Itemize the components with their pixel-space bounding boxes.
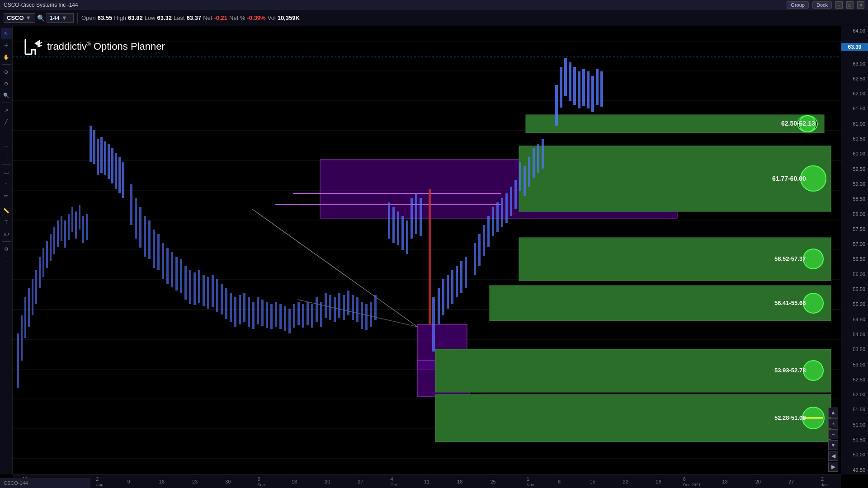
zoom-minus-button[interactable]: − — [828, 429, 838, 439]
search-tool[interactable]: 🔍 — [1, 90, 12, 101]
time-axis: 19Jul 26 2Aug 9 16 23 30 6Sep 13 20 27 4… — [13, 474, 841, 488]
crosshair-tool[interactable]: ✛ — [1, 40, 12, 51]
svg-rect-145 — [537, 144, 539, 173]
svg-rect-110 — [361, 302, 363, 329]
time-label-6sep: 6Sep — [257, 476, 264, 487]
netpct-value: -0.39% — [247, 14, 265, 21]
svg-rect-93 — [284, 306, 286, 331]
interval-dropdown-icon[interactable]: ▼ — [61, 14, 67, 21]
chart-area[interactable]: traddictiv® Options Planner — [13, 26, 841, 474]
svg-rect-144 — [533, 148, 535, 178]
svg-rect-57 — [118, 157, 121, 193]
circle-tool[interactable]: ○ — [1, 178, 12, 189]
svg-rect-67 — [166, 248, 169, 284]
svg-rect-36 — [42, 248, 44, 277]
left-toolbar: ↖ ✛ ✋ ⊕ ⊖ 🔍 ↗ ╱ → — | ▭ ○ ✏ 📏 T 🏷 ⚙ ≡ — [0, 26, 13, 474]
svg-rect-98 — [307, 302, 309, 325]
svg-rect-41 — [61, 216, 62, 241]
titlebar-left: CSCO-Cisco Systems Inc -144 — [4, 2, 78, 8]
zoom-plus-button[interactable]: + — [828, 418, 838, 428]
time-label-13sep: 13 — [292, 479, 297, 484]
symbol-value: CSCO — [7, 14, 24, 21]
ray-tool[interactable]: → — [1, 128, 12, 139]
svg-rect-156 — [596, 69, 599, 105]
time-label-8nov: 8 — [558, 479, 561, 484]
svg-rect-54 — [108, 144, 110, 179]
close-button[interactable]: × — [857, 1, 864, 9]
arrow-tool[interactable]: ↗ — [1, 105, 12, 116]
cursor-tool[interactable]: ↖ — [1, 28, 12, 39]
zone-62 — [526, 115, 824, 133]
zoom-out-tool[interactable]: ⊖ — [1, 78, 12, 89]
svg-rect-66 — [162, 243, 164, 279]
tool-separator-1 — [2, 64, 11, 65]
svg-rect-103 — [329, 295, 331, 320]
svg-rect-55 — [111, 148, 113, 183]
label-tool[interactable]: 🏷 — [1, 229, 12, 239]
svg-rect-96 — [297, 302, 300, 325]
time-label-23: 23 — [192, 479, 198, 484]
text-tool[interactable]: T — [1, 217, 12, 228]
rect-tool[interactable]: ▭ — [1, 167, 12, 178]
maximize-button[interactable]: □ — [846, 1, 854, 9]
price-tick-56-50: 56.50 — [841, 256, 868, 262]
search-icon[interactable]: 🔍 — [37, 14, 45, 22]
price-tick-62-50: 62.50 — [841, 76, 868, 81]
svg-rect-119 — [410, 198, 413, 239]
svg-rect-50 — [93, 130, 95, 164]
svg-rect-35 — [39, 257, 41, 288]
high-label: High — [114, 14, 126, 21]
hline-tool[interactable]: — — [1, 140, 12, 151]
low-field: Low 63.32 — [145, 14, 172, 21]
time-label-6dec: 6Dec 2021 — [683, 476, 701, 487]
zoom-in-tool[interactable]: ⊕ — [1, 66, 12, 77]
scroll-left-button[interactable]: ◀ — [828, 451, 838, 461]
svg-rect-49 — [90, 126, 92, 162]
price-tick-52-50: 52.50 — [841, 377, 868, 382]
price-tick-53: 53.00 — [841, 362, 868, 367]
measure-tool[interactable]: 📏 — [1, 205, 12, 216]
svg-rect-136 — [496, 202, 499, 232]
svg-rect-77 — [212, 275, 214, 307]
chart-svg: 62.50-62.13 61.77-60.00 58.52-57.37 56.4… — [13, 26, 841, 474]
toolbar-separator — [77, 13, 78, 23]
time-label-15nov: 15 — [590, 479, 595, 484]
title-text: CSCO-Cisco Systems Inc -144 — [4, 2, 78, 8]
price-tick-50-50: 50.50 — [841, 437, 868, 442]
symbol-dropdown-icon[interactable]: ▼ — [25, 14, 31, 21]
vol-field: Vol 10,359K — [268, 14, 300, 21]
minimize-button[interactable]: − — [835, 1, 843, 9]
scroll-up-button[interactable]: ▲ — [828, 408, 838, 418]
svg-rect-86 — [252, 302, 255, 329]
group-button[interactable]: Group — [787, 1, 809, 9]
netpct-label: Net % — [229, 14, 245, 21]
net-value: -0.21 — [214, 14, 227, 21]
svg-rect-59 — [130, 184, 132, 225]
scroll-down-button[interactable]: ▼ — [828, 440, 838, 450]
price-tick-54: 54.00 — [841, 332, 868, 337]
svg-rect-152 — [578, 71, 580, 108]
svg-rect-76 — [207, 277, 209, 309]
panel-toggle[interactable]: ≡ — [1, 255, 12, 266]
svg-rect-112 — [370, 302, 372, 327]
time-label-29nov: 29 — [656, 479, 661, 484]
svg-rect-87 — [257, 297, 259, 324]
hand-tool[interactable]: ✋ — [1, 52, 12, 62]
svg-rect-47 — [82, 216, 84, 243]
scroll-right-button[interactable]: ▶ — [828, 462, 838, 472]
line-tool[interactable]: ╱ — [1, 117, 12, 127]
vline-tool[interactable]: | — [1, 152, 12, 163]
symbol-selector[interactable]: CSCO ▼ — [4, 13, 35, 23]
brush-tool[interactable]: ✏ — [1, 190, 12, 201]
interval-selector[interactable]: 144 ▼ — [47, 13, 74, 23]
price-tick-55-50: 55.50 — [841, 286, 868, 292]
time-label-4oct: 4Oct — [391, 476, 397, 487]
svg-rect-79 — [221, 284, 223, 314]
settings-tool[interactable]: ⚙ — [1, 244, 12, 254]
svg-point-20 — [803, 249, 823, 269]
svg-rect-109 — [356, 297, 359, 322]
current-price-badge: 63.39 — [841, 43, 868, 51]
svg-rect-34 — [35, 270, 37, 304]
svg-rect-95 — [293, 304, 295, 328]
dock-button[interactable]: Dock — [812, 1, 832, 9]
